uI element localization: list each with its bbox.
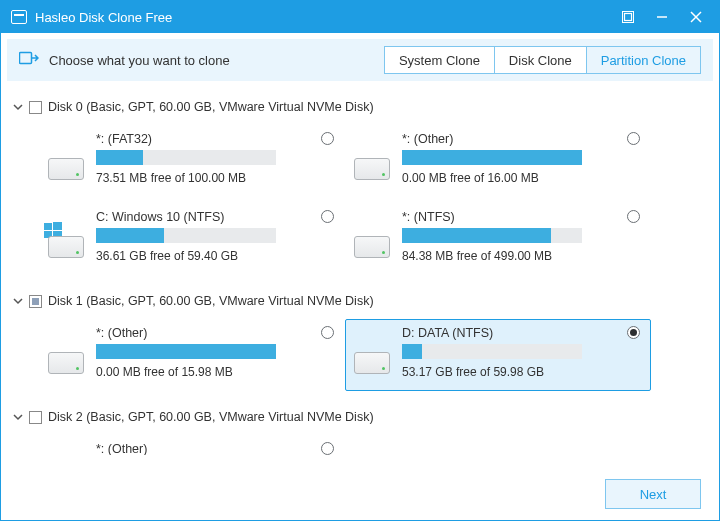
restore-button[interactable] — [611, 1, 645, 33]
drive-icon — [44, 144, 88, 188]
mode-partition-clone[interactable]: Partition Clone — [586, 46, 701, 74]
disk-header[interactable]: Disk 2 (Basic, GPT, 60.00 GB, VMware Vir… — [11, 405, 709, 429]
partition-name: *: (Other) — [96, 442, 336, 455]
next-button[interactable]: Next — [605, 479, 701, 509]
usage-bar — [96, 150, 276, 165]
partition-radio[interactable] — [321, 210, 334, 223]
svg-rect-6 — [44, 223, 52, 230]
mode-system-clone[interactable]: System Clone — [384, 46, 495, 74]
titlebar: Hasleo Disk Clone Free — [1, 1, 719, 33]
disk-title: Disk 1 (Basic, GPT, 60.00 GB, VMware Vir… — [48, 294, 374, 308]
disk-title: Disk 0 (Basic, GPT, 60.00 GB, VMware Vir… — [48, 100, 374, 114]
chevron-down-icon[interactable] — [11, 102, 25, 112]
mode-disk-clone[interactable]: Disk Clone — [494, 46, 587, 74]
usage-bar — [402, 228, 582, 243]
disk-header[interactable]: Disk 0 (Basic, GPT, 60.00 GB, VMware Vir… — [11, 95, 709, 119]
partition-radio[interactable] — [321, 442, 334, 455]
drive-icon — [350, 222, 394, 266]
disk-checkbox[interactable] — [29, 411, 42, 424]
svg-rect-7 — [53, 222, 62, 230]
svg-rect-0 — [625, 14, 632, 21]
footer: Next — [1, 468, 719, 520]
partition-radio[interactable] — [321, 326, 334, 339]
disk-title: Disk 2 (Basic, GPT, 60.00 GB, VMware Vir… — [48, 410, 374, 424]
partition-free: 36.61 GB free of 59.40 GB — [96, 249, 336, 263]
disk-list: Disk 0 (Basic, GPT, 60.00 GB, VMware Vir… — [1, 87, 719, 468]
partition-free: 0.00 MB free of 16.00 MB — [402, 171, 642, 185]
partition-free: 73.51 MB free of 100.00 MB — [96, 171, 336, 185]
partition-name: *: (Other) — [96, 326, 336, 340]
usage-bar — [96, 228, 276, 243]
drive-icon — [44, 222, 88, 266]
partition-name: C: Windows 10 (NTFS) — [96, 210, 336, 224]
minimize-button[interactable] — [645, 1, 679, 33]
disk-checkbox[interactable] — [29, 295, 42, 308]
app-logo-icon — [11, 10, 27, 24]
partition-radio[interactable] — [627, 132, 640, 145]
disk-header[interactable]: Disk 1 (Basic, GPT, 60.00 GB, VMware Vir… — [11, 289, 709, 313]
partition-item[interactable]: *: (Other) — [39, 435, 345, 455]
drive-icon — [350, 338, 394, 382]
app-window: Hasleo Disk Clone Free Choose what you w… — [0, 0, 720, 521]
partition-item[interactable]: *: (FAT32) 73.51 MB free of 100.00 MB — [39, 125, 345, 197]
drive-icon — [44, 454, 88, 455]
chevron-down-icon[interactable] — [11, 412, 25, 422]
partition-name: *: (NTFS) — [402, 210, 642, 224]
drive-icon — [44, 338, 88, 382]
partition-free: 84.38 MB free of 499.00 MB — [402, 249, 642, 263]
partition-item[interactable]: C: Windows 10 (NTFS) 36.61 GB free of 59… — [39, 203, 345, 275]
partition-name: *: (FAT32) — [96, 132, 336, 146]
header-instruction: Choose what you want to clone — [49, 53, 385, 68]
partition-item[interactable]: *: (Other) 0.00 MB free of 16.00 MB — [345, 125, 651, 197]
usage-bar — [402, 150, 582, 165]
partition-name: D: DATA (NTFS) — [402, 326, 642, 340]
app-title: Hasleo Disk Clone Free — [35, 10, 611, 25]
partition-item[interactable]: D: DATA (NTFS) 53.17 GB free of 59.98 GB — [345, 319, 651, 391]
header-bar: Choose what you want to clone System Clo… — [7, 39, 713, 81]
partition-item[interactable]: *: (Other) 0.00 MB free of 15.98 MB — [39, 319, 345, 391]
partition-free: 53.17 GB free of 59.98 GB — [402, 365, 642, 379]
usage-bar — [402, 344, 582, 359]
partition-item[interactable]: *: (NTFS) 84.38 MB free of 499.00 MB — [345, 203, 651, 275]
svg-rect-5 — [20, 53, 32, 64]
partition-radio[interactable] — [627, 326, 640, 339]
clone-step-icon — [19, 49, 39, 71]
partition-radio[interactable] — [627, 210, 640, 223]
partition-name: *: (Other) — [402, 132, 642, 146]
chevron-down-icon[interactable] — [11, 296, 25, 306]
drive-icon — [350, 144, 394, 188]
usage-bar — [96, 344, 276, 359]
partition-free: 0.00 MB free of 15.98 MB — [96, 365, 336, 379]
disk-checkbox[interactable] — [29, 101, 42, 114]
partition-radio[interactable] — [321, 132, 334, 145]
clone-mode-tabs: System Clone Disk Clone Partition Clone — [385, 46, 701, 74]
close-button[interactable] — [679, 1, 713, 33]
